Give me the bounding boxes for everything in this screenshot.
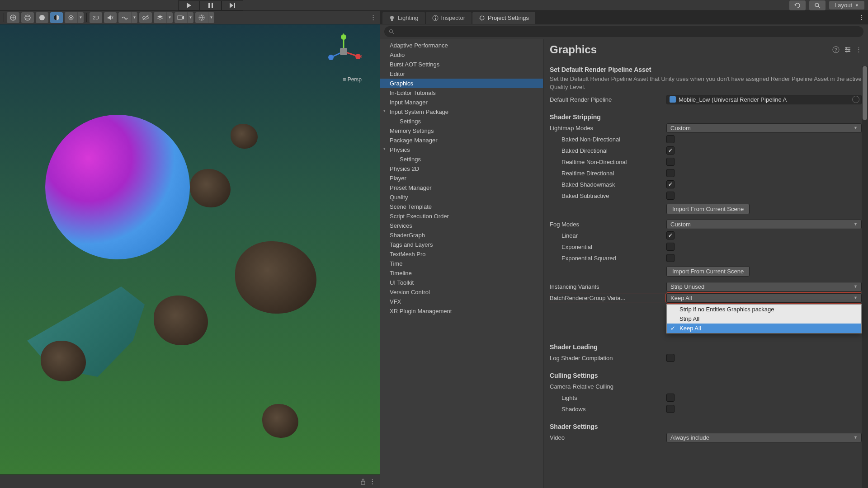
scrollbar-thumb[interactable]	[863, 66, 867, 120]
shadows-checkbox[interactable]	[666, 405, 675, 413]
sidebar-item-memory-settings[interactable]: Memory Settings	[380, 126, 543, 136]
sidebar-item-xr-plugin[interactable]: XR Plugin Management	[380, 306, 543, 316]
sidebar-item-input-manager[interactable]: Input Manager	[380, 98, 543, 107]
sidebar-item-editor[interactable]: Editor	[380, 69, 543, 79]
video-dropdown[interactable]: Always include▼	[666, 433, 862, 442]
settings-sidebar[interactable]: Adaptive Performance Audio Burst AOT Set…	[380, 39, 543, 488]
sidebar-item-input-settings[interactable]: Settings	[380, 117, 543, 126]
search-icon	[389, 29, 394, 34]
tool-wireframe-button[interactable]	[21, 12, 34, 23]
toolbar-right: Layout ▼	[789, 0, 864, 10]
help-icon[interactable]: ?	[832, 46, 840, 53]
sidebar-item-graphics[interactable]: Graphics	[380, 79, 543, 88]
sidebar-item-timeline[interactable]: Timeline	[380, 268, 543, 278]
sidebar-item-time[interactable]: Time	[380, 259, 543, 268]
gizmos-dropdown[interactable]: ▼	[195, 12, 214, 23]
sidebar-item-script-execution-order[interactable]: Script Execution Order	[380, 211, 543, 221]
page-title: Graphics	[550, 43, 597, 56]
sidebar-item-version-control[interactable]: Version Control	[380, 287, 543, 297]
sidebar-item-preset-manager[interactable]: Preset Manager	[380, 183, 543, 192]
dropdown-option-strip-entities[interactable]: Strip if no Entities Graphics package	[667, 305, 861, 314]
play-button[interactable]	[178, 0, 200, 10]
svg-point-48	[848, 49, 850, 51]
sidebar-item-scene-template[interactable]: Scene Template	[380, 202, 543, 211]
sidebar-item-shadergraph[interactable]: ShaderGraph	[380, 230, 543, 240]
lights-checkbox[interactable]	[666, 394, 675, 402]
sidebar-item-burst-aot[interactable]: Burst AOT Settings	[380, 60, 543, 69]
baked-subtractive-checkbox[interactable]	[666, 192, 675, 200]
search-button[interactable]	[809, 0, 826, 10]
scene-viewport[interactable]: x y ≡ Persp	[0, 24, 380, 474]
tool-shading-button[interactable]	[7, 12, 19, 23]
debug-mode-dropdown[interactable]: ▼	[65, 12, 84, 23]
scrollbar[interactable]	[862, 66, 868, 488]
search-bar[interactable]	[384, 26, 863, 37]
sidebar-item-textmesh-pro[interactable]: TextMesh Pro	[380, 249, 543, 259]
exponential-sq-checkbox[interactable]	[666, 254, 675, 262]
brg-variants-dropdown[interactable]: Keep All▼	[666, 293, 862, 303]
prop-label: Exponential Squared	[550, 255, 666, 262]
svg-rect-35	[391, 19, 393, 21]
more-icon[interactable]: ⋮	[856, 46, 862, 53]
audio-toggle-button[interactable]	[104, 12, 117, 23]
sidebar-item-physics[interactable]: Physics	[380, 145, 543, 155]
linear-checkbox[interactable]	[666, 231, 675, 239]
sidebar-item-package-manager[interactable]: Package Manager	[380, 136, 543, 145]
sidebar-item-quality[interactable]: Quality	[380, 192, 543, 202]
instancing-variants-dropdown[interactable]: Strip Unused▼	[666, 282, 862, 291]
lightmap-modes-dropdown[interactable]: Custom▼	[666, 123, 862, 133]
log-shader-checkbox[interactable]	[666, 354, 675, 362]
pause-button[interactable]	[200, 0, 222, 10]
sidebar-item-adaptive-performance[interactable]: Adaptive Performance	[380, 41, 543, 50]
camera-dropdown[interactable]: ▼	[175, 12, 193, 23]
svg-line-4	[818, 6, 820, 8]
baked-shadowmask-checkbox[interactable]	[666, 180, 675, 188]
baked-dir-checkbox[interactable]	[666, 146, 675, 155]
sidebar-item-services[interactable]: Services	[380, 221, 543, 230]
sidebar-item-physics-settings[interactable]: Settings	[380, 155, 543, 164]
settings-icon[interactable]	[844, 46, 851, 53]
import-fog-button[interactable]: Import From Current Scene	[666, 266, 750, 277]
lock-icon[interactable]	[360, 479, 366, 485]
realtime-non-dir-checkbox[interactable]	[666, 158, 675, 166]
orientation-gizmo[interactable]: x y	[326, 33, 362, 70]
svg-text:?: ?	[835, 47, 837, 52]
perspective-label[interactable]: ≡ Persp	[343, 76, 362, 83]
tab-lighting[interactable]: Lighting	[382, 12, 425, 24]
sidebar-item-player[interactable]: Player	[380, 174, 543, 183]
sidebar-item-in-editor-tutorials[interactable]: In-Editor Tutorials	[380, 88, 543, 98]
import-lightmap-button[interactable]: Import From Current Scene	[666, 204, 750, 214]
fog-modes-dropdown[interactable]: Custom▼	[666, 220, 862, 229]
realtime-dir-checkbox[interactable]	[666, 169, 675, 177]
tab-inspector[interactable]: Inspector	[426, 12, 472, 24]
mode-2d-button[interactable]: 2D	[90, 12, 102, 23]
panel-menu-icon[interactable]: ⋮	[370, 14, 376, 21]
sidebar-item-ui-toolkit[interactable]: UI Toolkit	[380, 278, 543, 287]
tabs-more-icon[interactable]: ⋮	[859, 14, 864, 20]
sidebar-item-audio[interactable]: Audio	[380, 50, 543, 60]
shader-loading-section: Shader Loading Log Shader Compilation	[543, 337, 868, 366]
more-icon[interactable]: ⋮	[369, 478, 375, 485]
exponential-checkbox[interactable]	[666, 243, 675, 251]
tab-project-settings[interactable]: Project Settings	[472, 12, 535, 24]
sidebar-item-physics-2d[interactable]: Physics 2D	[380, 164, 543, 174]
undo-history-button[interactable]	[789, 0, 806, 10]
dropdown-option-strip-all[interactable]: Strip All	[667, 314, 861, 324]
visibility-toggle-button[interactable]	[139, 12, 152, 23]
search-input[interactable]	[394, 28, 859, 35]
tool-shaded-wireframe-button[interactable]	[50, 12, 63, 23]
sidebar-item-tags-layers[interactable]: Tags and Layers	[380, 240, 543, 249]
sidebar-item-input-system-package[interactable]: Input System Package	[380, 107, 543, 117]
svg-rect-33	[361, 481, 365, 484]
dropdown-option-keep-all[interactable]: Keep All	[667, 324, 861, 333]
default-rp-field[interactable]: Mobile_Low (Universal Render Pipeline A	[666, 95, 862, 104]
play-controls	[178, 0, 243, 10]
step-button[interactable]	[222, 0, 243, 10]
effects-dropdown[interactable]: ▼	[118, 12, 137, 23]
object-picker-icon[interactable]	[852, 96, 859, 103]
tool-shaded-button[interactable]	[36, 12, 48, 23]
layout-dropdown[interactable]: Layout ▼	[829, 1, 864, 9]
layers-dropdown[interactable]: ▼	[154, 12, 173, 23]
baked-non-dir-checkbox[interactable]	[666, 135, 675, 143]
sidebar-item-vfx[interactable]: VFX	[380, 297, 543, 306]
